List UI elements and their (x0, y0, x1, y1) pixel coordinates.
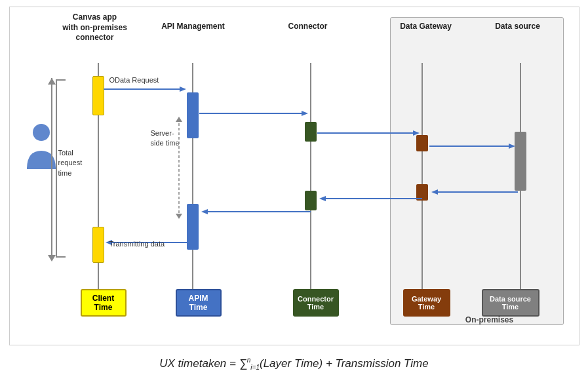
client-time-legend: Client Time (81, 289, 127, 317)
server-side-arrow (174, 115, 184, 220)
total-request-time-label: Totalrequesttime (58, 148, 83, 178)
svg-marker-17 (201, 209, 208, 214)
datasource-time-label: Data sourceTime (490, 295, 531, 311)
formula-text: UX timetaken = ∑ni=1(Layer Time) + Trans… (159, 357, 428, 371)
client-time-label: Client Time (85, 294, 123, 312)
arrow-connector-to-gateway (317, 128, 422, 138)
svg-marker-5 (180, 87, 186, 92)
svg-marker-21 (176, 117, 182, 122)
total-request-arrow-up (46, 78, 58, 262)
gateway-time-legend: GatewayTime (403, 289, 450, 317)
arrow-canvas-to-apim (104, 85, 189, 94)
connector-time-label: ConnectorTime (298, 295, 334, 311)
gateway-time-label: GatewayTime (412, 295, 441, 311)
connector-time-legend: ConnectorTime (293, 289, 339, 317)
apim-time-label: APIM Time (180, 294, 218, 312)
arrow-gateway-to-datasource (429, 142, 518, 151)
svg-marker-7 (302, 111, 308, 116)
canvas-block-bottom (92, 227, 104, 263)
canvas-block-top (92, 76, 104, 115)
main-container: Canvas appwith on-premisesconnector API … (0, 0, 588, 388)
api-management-label: API Management (157, 22, 229, 31)
data-gateway-label: Data Gateway (397, 22, 456, 31)
connector-line (310, 63, 311, 289)
canvas-app-label: Canvas appwith on-premisesconnector (62, 12, 128, 43)
arrow-gateway-to-connector (317, 194, 422, 203)
onprem-box (390, 17, 564, 325)
diagram-area: Canvas appwith on-premisesconnector API … (9, 7, 579, 345)
on-premises-label: On-premises (421, 315, 559, 324)
data-source-label: Data source (488, 22, 547, 31)
svg-marker-15 (319, 196, 326, 201)
gateway-line (421, 63, 423, 289)
svg-marker-13 (431, 189, 438, 195)
datasource-block (515, 132, 526, 191)
apim-time-legend: APIM Time (176, 289, 222, 317)
svg-marker-9 (413, 130, 420, 136)
svg-marker-3 (48, 78, 56, 85)
arrow-datasource-to-gateway (429, 187, 518, 197)
connector-block-top (305, 122, 317, 142)
arrow-connector-to-apim (199, 207, 311, 216)
formula-area: UX timetaken = ∑ni=1(Layer Time) + Trans… (9, 345, 579, 381)
apim-block-top (187, 92, 199, 138)
odata-request-label: OData Request (109, 76, 159, 84)
arrow-apim-to-connector (199, 109, 311, 118)
svg-marker-22 (176, 214, 182, 219)
svg-marker-11 (509, 144, 515, 149)
transmitting-data-label: Transmitting data (109, 240, 165, 248)
datasource-time-legend: Data sourceTime (482, 289, 539, 317)
connector-label: Connector (282, 22, 334, 31)
